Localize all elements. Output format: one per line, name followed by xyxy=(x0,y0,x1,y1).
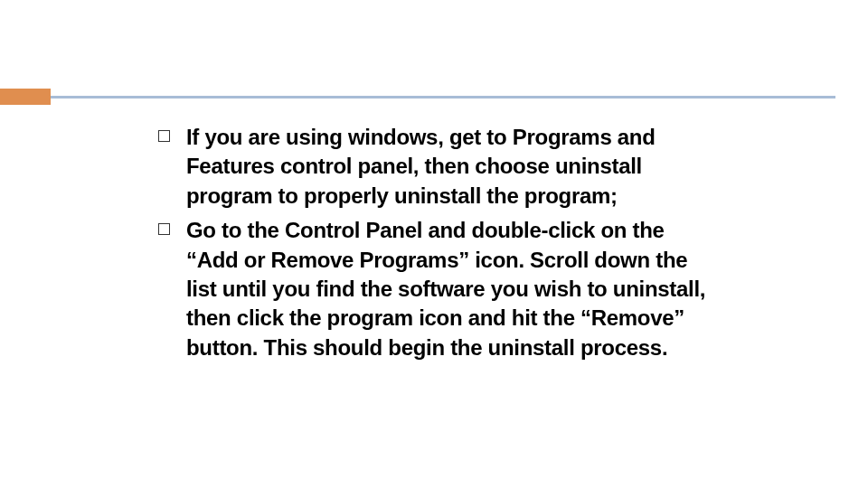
header-bar xyxy=(0,89,868,105)
list-item: If you are using windows, get to Program… xyxy=(158,123,710,211)
list-item: Go to the Control Panel and double-click… xyxy=(158,216,710,362)
header-divider-line xyxy=(51,96,835,105)
list-item-text: If you are using windows, get to Program… xyxy=(186,123,710,211)
bullet-square-icon xyxy=(158,223,170,235)
header-accent-block xyxy=(0,89,51,105)
bullet-square-icon xyxy=(158,130,170,142)
list-item-text: Go to the Control Panel and double-click… xyxy=(186,216,710,362)
slide-content: If you are using windows, get to Program… xyxy=(158,123,710,368)
